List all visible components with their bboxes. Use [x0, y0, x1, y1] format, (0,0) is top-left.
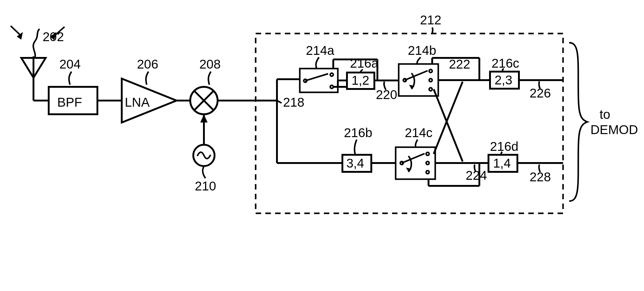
svg-line-63	[434, 89, 463, 161]
filter-216a: 1,2	[347, 73, 374, 89]
filter-216b: 3,4	[342, 155, 371, 172]
label-216c: 216c	[492, 56, 519, 70]
lna-label: LNA	[125, 95, 150, 109]
svg-point-52	[426, 152, 429, 155]
svg-marker-13	[200, 114, 208, 122]
svg-line-24	[305, 74, 328, 81]
label-214a: 214a	[306, 43, 334, 58]
label-220: 220	[376, 87, 397, 102]
filter-216d-label: 1,4	[493, 156, 511, 170]
label-216a: 216a	[350, 56, 379, 70]
label-216d: 216d	[490, 139, 518, 154]
label-214b: 214b	[408, 43, 436, 58]
label-204: 204	[59, 57, 81, 71]
demod: DEMOD	[590, 122, 638, 137]
bpf-label: BPF	[57, 95, 82, 109]
brace	[569, 43, 587, 201]
svg-point-22	[330, 73, 333, 76]
label-218: 218	[283, 95, 304, 109]
switch-214b	[399, 64, 438, 96]
filter-216d: 1,4	[488, 155, 517, 172]
label-212: 212	[420, 13, 441, 27]
demod-to: to	[600, 107, 610, 122]
svg-point-53	[426, 161, 429, 165]
svg-point-54	[426, 171, 429, 174]
svg-line-39	[405, 71, 428, 80]
label-214c: 214c	[405, 126, 432, 140]
svg-point-36	[429, 69, 432, 73]
label-206: 206	[137, 57, 158, 71]
label-202: 202	[43, 30, 64, 44]
lna-block: LNA	[122, 79, 177, 122]
local-oscillator	[193, 145, 215, 166]
filter-216c-label: 2,3	[495, 73, 512, 87]
label-210: 210	[195, 179, 216, 193]
label-224: 224	[466, 168, 487, 183]
filter-216a-label: 1,2	[352, 73, 369, 87]
filter-216b-label: 3,4	[346, 156, 364, 170]
svg-line-2	[11, 26, 21, 36]
label-222: 222	[449, 57, 470, 71]
label-208: 208	[199, 57, 221, 71]
svg-point-37	[429, 79, 432, 82]
bpf-block: BPF	[49, 87, 97, 114]
svg-point-38	[429, 88, 432, 91]
mixer	[190, 87, 218, 114]
svg-point-23	[330, 85, 333, 88]
switch-214c	[396, 147, 435, 179]
filter-216c: 2,3	[490, 72, 519, 89]
label-216b: 216b	[344, 126, 372, 140]
svg-line-55	[402, 154, 425, 163]
